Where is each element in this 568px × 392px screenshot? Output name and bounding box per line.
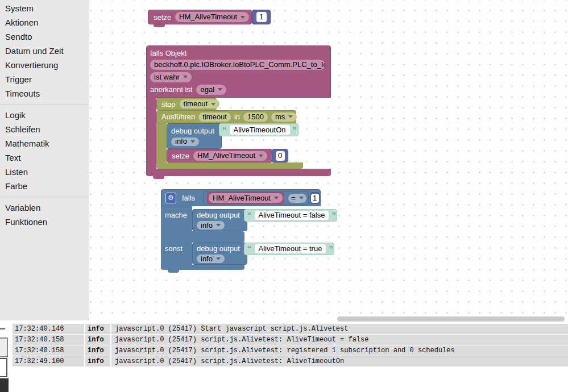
variable-dropdown[interactable]: HM_AliveTimeout <box>175 12 249 22</box>
block-bottom-tab <box>153 176 164 179</box>
log-panel: 17:32:40.146infojavascript.0 (25417) Sta… <box>0 323 568 392</box>
condition-dropdown[interactable]: ist wahr <box>150 72 192 82</box>
timeout-name-field[interactable]: timeout <box>198 112 231 122</box>
string-field[interactable]: AliveTimeoutOn <box>230 125 290 135</box>
log-level-dropdown[interactable]: info <box>171 137 199 146</box>
dropdown-arrow-icon <box>218 88 222 91</box>
if-bottom-bar <box>161 265 244 270</box>
toolbox-category-schleifen[interactable]: Schleifen <box>0 122 89 136</box>
block-number-value[interactable]: 1 <box>252 10 271 24</box>
log-level-dropdown[interactable]: info <box>197 255 225 263</box>
dropdown-arrow-icon <box>190 140 195 143</box>
block-text-string[interactable]: “ AliveTimeout = false ” <box>244 209 337 222</box>
toolbox: SystemAktionenSendtoDatum und ZeitKonver… <box>0 0 89 320</box>
object-id-field[interactable]: beckhoff.0.plc.IOBroker.IoBtoPLC_Comm.PL… <box>150 60 325 70</box>
ack-row: anerkannt ist egal <box>150 85 226 95</box>
in-keyword: in <box>234 112 240 121</box>
log-gutter-copy-icon[interactable] <box>0 337 8 357</box>
log-row: 17:32:49.100infojavascript.0 (25417) scr… <box>13 356 568 366</box>
log-severity: info <box>85 345 110 356</box>
log-rows: 17:32:40.146infojavascript.0 (25417) Sta… <box>13 324 568 367</box>
number-field[interactable]: 0 <box>276 151 285 161</box>
toolbox-category-listen[interactable]: Listen <box>0 165 89 179</box>
open-quote-icon: “ <box>247 246 252 252</box>
block-text-string[interactable]: “ AliveTimeout = true ” <box>244 243 334 255</box>
dropdown-arrow-icon <box>216 224 221 227</box>
log-level-dropdown[interactable]: info <box>197 221 225 230</box>
variable-dropdown[interactable]: HM_AliveTimeout <box>193 151 267 161</box>
block-set-variable-top[interactable]: setze HM_AliveTimeout auf <box>148 10 252 24</box>
block-number-value[interactable]: 0 <box>272 149 288 162</box>
toolbox-category-logik[interactable]: Logik <box>0 108 89 122</box>
log-timestamp: 17:32:40.158 <box>13 345 84 356</box>
block-debug-output[interactable]: debug output info <box>167 123 222 149</box>
toolbox-category-text[interactable]: Text <box>0 151 89 165</box>
ack-label: anerkannt ist <box>150 85 192 94</box>
dropdown-arrow-icon <box>241 16 245 19</box>
log-row: 17:32:40.146infojavascript.0 (25417) Sta… <box>13 324 568 334</box>
close-quote-icon: ” <box>293 127 297 133</box>
block-number-value[interactable]: 1 <box>310 192 320 204</box>
log-gutter-dark-icon[interactable] <box>0 378 9 392</box>
block-on-object-trigger[interactable]: falls Objekt beckhoff.0.plc.IOBroker.IoB… <box>146 45 331 98</box>
block-debug-output[interactable]: debug output info <box>192 209 247 231</box>
blockly-workspace[interactable]: setze HM_AliveTimeout auf 1 falls Objekt… <box>89 0 568 323</box>
toolbox-category-farbe[interactable]: Farbe <box>0 179 89 193</box>
block-debug-output[interactable]: debug output info <box>192 243 247 265</box>
block-set-variable-inner[interactable]: setze HM_AliveTimeout auf <box>167 149 272 162</box>
block-start-timeout[interactable]: Ausführen timeout in 1500 ms ms <box>156 110 296 123</box>
log-severity: info <box>85 335 110 345</box>
log-level: info <box>175 136 187 147</box>
log-message: javascript.0 (25417) Start javascript sc… <box>111 324 568 334</box>
timeout-name-dropdown[interactable]: timeout <box>180 99 220 109</box>
unit-dropdown[interactable]: ms <box>271 112 297 122</box>
timeout-name: timeout <box>184 99 208 109</box>
variable-dropdown[interactable]: HM_AliveTimeout <box>209 193 283 203</box>
horizontal-scrollbar[interactable] <box>337 316 565 322</box>
blockly-script-editor: SystemAktionenSendtoDatum und ZeitKonver… <box>0 0 568 392</box>
log-gutter-dash-icon[interactable] <box>0 328 5 330</box>
ack-value: egal <box>200 85 214 95</box>
toolbox-category-mathematik[interactable]: Mathematik <box>0 136 89 151</box>
toolbox-category-variablen[interactable]: Variablen <box>0 201 89 215</box>
trigger-bottom-bar <box>146 169 331 176</box>
toolbox-category-funktionen[interactable]: Funktionen <box>0 215 89 229</box>
toolbox-category-sendto[interactable]: Sendto <box>0 30 89 44</box>
toolbox-category-aktionen[interactable]: Aktionen <box>0 15 89 30</box>
operator-dropdown[interactable]: = <box>288 194 306 203</box>
delay-field[interactable]: 1500 <box>243 112 268 122</box>
debug-keyword: debug output <box>197 211 240 219</box>
block-variable-get[interactable]: HM_AliveTimeout <box>207 192 284 204</box>
block-stop-timeout[interactable]: stop timeout <box>156 98 217 110</box>
log-level: info <box>201 254 213 264</box>
toolbox-category-system[interactable]: System <box>0 1 89 15</box>
string-field[interactable]: AliveTimeout = true <box>255 244 326 253</box>
condition-value: ist wahr <box>154 72 180 82</box>
debug-keyword: debug output <box>171 127 214 135</box>
number-field[interactable]: 1 <box>256 12 267 22</box>
toolbox-category-datum-und-zeit[interactable]: Datum und Zeit <box>0 44 89 58</box>
operator-value: = <box>291 193 296 203</box>
log-gutter-page-icon[interactable] <box>0 358 7 377</box>
close-quote-icon: ” <box>329 246 333 252</box>
trigger-title: falls Objekt <box>150 49 186 57</box>
variable-name: HM_AliveTimeout <box>213 193 271 203</box>
dropdown-arrow-icon <box>216 257 221 260</box>
number-field[interactable]: 1 <box>311 194 319 203</box>
string-field[interactable]: AliveTimeout = false <box>255 211 329 220</box>
open-quote-icon: “ <box>222 127 227 133</box>
block-text-string[interactable]: “ AliveTimeoutOn ” <box>219 123 298 136</box>
mutator-gear-icon[interactable]: ⚙ <box>165 193 176 203</box>
trigger-left-spine <box>146 97 156 169</box>
dropdown-arrow-icon <box>299 197 304 199</box>
log-timestamp: 17:32:40.146 <box>13 324 84 334</box>
toolbox-category-trigger[interactable]: Trigger <box>0 72 89 86</box>
block-comparison[interactable]: HM_AliveTimeout = 1 <box>203 191 309 205</box>
ack-dropdown[interactable]: egal <box>196 85 226 95</box>
debug-keyword: debug output <box>197 244 240 253</box>
log-severity: info <box>85 324 110 334</box>
toolbox-category-konvertierung[interactable]: Konvertierung <box>0 58 89 72</box>
dropdown-arrow-icon <box>211 103 215 106</box>
toolbox-category-timeouts[interactable]: Timeouts <box>0 86 89 101</box>
close-quote-icon: ” <box>331 212 336 218</box>
